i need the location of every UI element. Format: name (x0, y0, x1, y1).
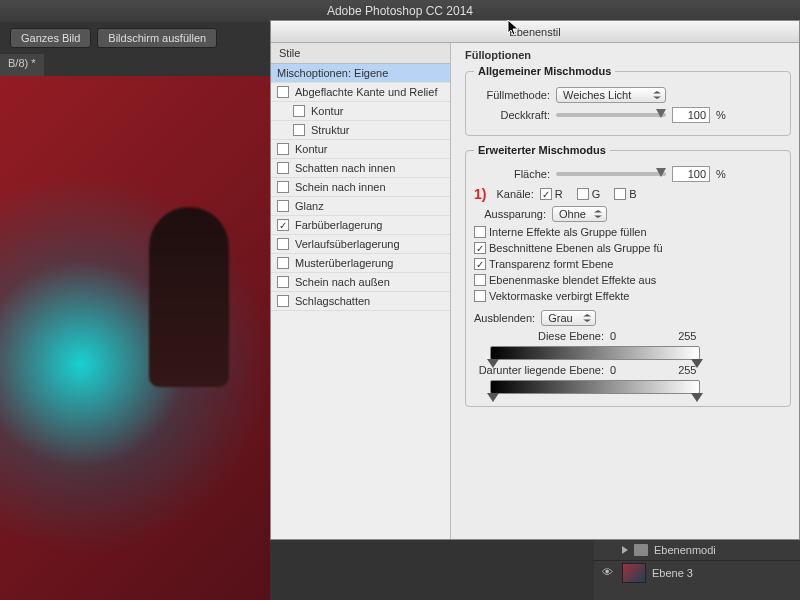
channel-b-label: B (629, 188, 636, 200)
style-bevel-label: Abgeflachte Kante und Relief (295, 86, 438, 98)
style-color-overlay[interactable]: Farbüberlagerung (271, 216, 450, 235)
opt-interior-label: Interne Effekte als Gruppe füllen (489, 226, 647, 238)
checkbox-icon[interactable] (277, 295, 289, 307)
style-outer-glow[interactable]: Schein nach außen (271, 273, 450, 292)
layer-style-dialog: Ebenenstil Stile Mischoptionen: Eigene A… (270, 20, 800, 540)
opacity-input[interactable]: 100 (672, 107, 710, 123)
style-pattern-overlay[interactable]: Musterüberlagerung (271, 254, 450, 273)
checkbox-icon[interactable] (277, 257, 289, 269)
layer-group-row[interactable]: Ebenenmodi (594, 540, 800, 561)
advanced-blend-legend: Erweiterter Mischmodus (474, 144, 610, 156)
underlying-min: 0 (610, 364, 616, 376)
checkbox-interior[interactable] (474, 226, 486, 238)
visibility-eye-icon[interactable] (602, 566, 616, 580)
style-color-overlay-label: Farbüberlagerung (295, 219, 382, 231)
opt-transparency-label: Transparenz formt Ebene (489, 258, 613, 270)
layer-name: Ebene 3 (652, 567, 693, 579)
channel-r[interactable]: R (540, 188, 563, 200)
style-drop-shadow-label: Schlagschatten (295, 295, 370, 307)
blendif-label: Ausblenden: (474, 312, 535, 324)
this-layer-label: Diese Ebene: (474, 330, 604, 342)
layer-group-name: Ebenenmodi (654, 544, 716, 556)
fill-slider[interactable] (556, 172, 666, 176)
opacity-slider[interactable] (556, 113, 666, 117)
checkbox-icon[interactable] (277, 219, 289, 231)
channel-g[interactable]: G (577, 188, 601, 200)
checkbox-icon (540, 188, 552, 200)
style-inner-glow-label: Schein nach innen (295, 181, 386, 193)
style-gradient-overlay[interactable]: Verlaufsüberlagerung (271, 235, 450, 254)
underlying-gradient[interactable] (490, 380, 700, 394)
style-bevel-emboss[interactable]: Abgeflachte Kante und Relief (271, 83, 450, 102)
percent-label: % (716, 109, 730, 121)
checkbox-icon (614, 188, 626, 200)
fill-opacity-label: Fläche: (474, 168, 550, 180)
channel-r-label: R (555, 188, 563, 200)
checkbox-icon[interactable] (277, 162, 289, 174)
opt-mask-hides-label: Ebenenmaske blendet Effekte aus (489, 274, 656, 286)
fit-image-button[interactable]: Ganzes Bild (10, 28, 91, 48)
checkbox-icon[interactable] (277, 276, 289, 288)
app-title-bar: Adobe Photoshop CC 2014 (0, 0, 800, 22)
opt-clipped-label: Beschnittene Ebenen als Gruppe fü (489, 242, 663, 254)
slider-handle-icon[interactable] (487, 393, 499, 402)
options-panel: Füllоptionen Allgemeiner Mischmodus Füll… (451, 43, 799, 539)
checkbox-icon[interactable] (277, 143, 289, 155)
style-texture-sub-label: Struktur (311, 124, 350, 136)
style-texture-sub[interactable]: Struktur (271, 121, 450, 140)
style-inner-glow[interactable]: Schein nach innen (271, 178, 450, 197)
advanced-blend-group: Erweiterter Mischmodus Fläche: 100 % 1) … (465, 144, 791, 407)
style-contour-sub-label: Kontur (311, 105, 343, 117)
blendif-select[interactable]: Grau (541, 310, 596, 326)
blend-mode-select[interactable]: Weiches Licht (556, 87, 666, 103)
channels-label: Kanäle: (496, 188, 533, 200)
checkbox-icon[interactable] (293, 124, 305, 136)
style-outer-glow-label: Schein nach außen (295, 276, 390, 288)
style-inner-shadow[interactable]: Schatten nach innen (271, 159, 450, 178)
fill-screen-button[interactable]: Bildschirm ausfüllen (97, 28, 217, 48)
slider-handle-icon[interactable] (691, 359, 703, 368)
slider-handle-icon[interactable] (691, 393, 703, 402)
this-layer-max: 255 (678, 330, 696, 342)
checkbox-icon[interactable] (277, 200, 289, 212)
this-layer-gradient[interactable] (490, 346, 700, 360)
style-blend-options[interactable]: Mischoptionen: Eigene (271, 64, 450, 83)
checkbox-transparency[interactable] (474, 258, 486, 270)
fill-options-header: Füllоptionen (465, 49, 791, 61)
checkbox-icon[interactable] (277, 238, 289, 250)
checkbox-icon[interactable] (277, 181, 289, 193)
layer-thumbnail[interactable] (622, 563, 646, 583)
style-satin[interactable]: Glanz (271, 197, 450, 216)
general-blend-group: Allgemeiner Mischmodus Füllmethode: Weic… (465, 65, 791, 136)
disclosure-triangle-icon[interactable] (622, 546, 628, 554)
style-drop-shadow[interactable]: Schlagschatten (271, 292, 450, 311)
checkbox-icon[interactable] (293, 105, 305, 117)
opt-vector-hides-label: Vektormaske verbirgt Effekte (489, 290, 629, 302)
blend-mode-label: Füllmethode: (474, 89, 550, 101)
opacity-label: Deckkraft: (474, 109, 550, 121)
dialog-title: Ebenenstil (271, 21, 799, 43)
style-contour-sub[interactable]: Kontur (271, 102, 450, 121)
checkbox-mask-hides[interactable] (474, 274, 486, 286)
style-stroke-label: Kontur (295, 143, 327, 155)
layers-panel: Ebenenmodi Ebene 3 (594, 540, 800, 600)
style-blend-options-label: Mischoptionen: Eigene (277, 67, 388, 79)
layer-row[interactable]: Ebene 3 (594, 561, 800, 585)
slider-handle-icon[interactable] (487, 359, 499, 368)
knockout-label: Aussparung: (474, 208, 546, 220)
style-gradient-overlay-label: Verlaufsüberlagerung (295, 238, 400, 250)
checkbox-clipped[interactable] (474, 242, 486, 254)
document-tab[interactable]: B/8) * (0, 54, 44, 76)
style-stroke[interactable]: Kontur (271, 140, 450, 159)
channel-b[interactable]: B (614, 188, 636, 200)
style-inner-shadow-label: Schatten nach innen (295, 162, 395, 174)
styles-list: Stile Mischoptionen: Eigene Abgeflachte … (271, 43, 451, 539)
checkbox-icon[interactable] (277, 86, 289, 98)
percent-label: % (716, 168, 730, 180)
knockout-select[interactable]: Ohne (552, 206, 607, 222)
checkbox-vector-hides[interactable] (474, 290, 486, 302)
canvas-preview[interactable] (0, 76, 270, 600)
checkbox-icon (577, 188, 589, 200)
style-pattern-overlay-label: Musterüberlagerung (295, 257, 393, 269)
fill-input[interactable]: 100 (672, 166, 710, 182)
